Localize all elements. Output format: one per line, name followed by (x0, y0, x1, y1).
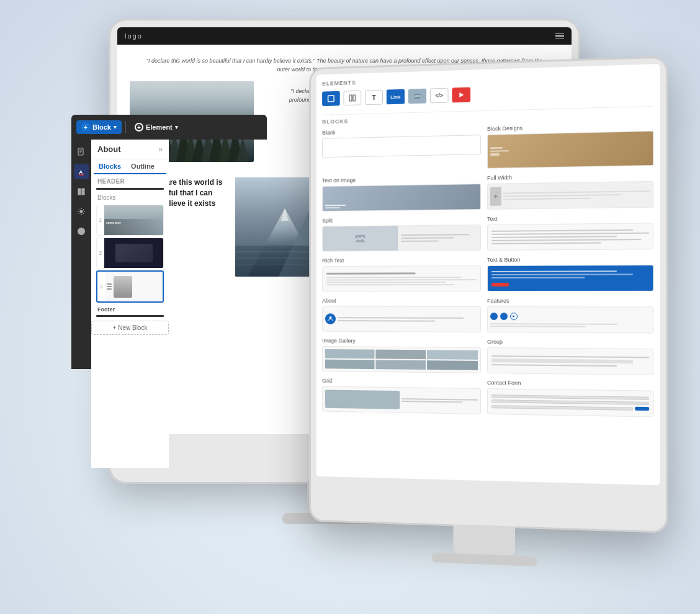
element-dropdown-arrow: ▾ (175, 124, 178, 130)
block-item-features[interactable]: Features (487, 298, 653, 333)
block-toi-label: Text on Image (322, 175, 481, 184)
block-about-preview (322, 306, 481, 332)
block-label: Block (92, 123, 111, 131)
svg-marker-33 (513, 315, 515, 318)
panel-header-section: Header (91, 174, 169, 187)
block-img-3 (105, 272, 163, 301)
svg-point-32 (330, 316, 332, 319)
block-text-preview (487, 223, 653, 251)
block-split-preview (322, 225, 481, 252)
block-designs-label: Block Designs (487, 122, 653, 131)
sidebar-layout-icon[interactable] (74, 184, 89, 199)
panel-header: About » (91, 140, 169, 159)
toolbar-divider (125, 121, 126, 133)
svg-marker-29 (459, 92, 464, 97)
svg-rect-41 (82, 189, 84, 192)
block-item-blank[interactable]: Blank (322, 126, 481, 172)
block-fw-preview (487, 181, 653, 210)
svg-rect-24 (328, 96, 334, 102)
tab-blocks[interactable]: Blocks (94, 159, 126, 174)
svg-marker-30 (495, 195, 498, 198)
container-icon-btn[interactable] (322, 91, 340, 106)
block-designs-preview (487, 131, 653, 169)
element-plus-icon: + (135, 123, 143, 131)
panel-footer-label: Footer (91, 306, 169, 313)
add-element-button[interactable]: + Element ▾ (130, 120, 183, 134)
block-item-grid[interactable]: Grid (322, 378, 481, 414)
block-thumb-3[interactable]: 3 (96, 270, 164, 303)
panel-close-btn[interactable]: » (158, 145, 163, 154)
block-item-text-button[interactable]: Text & Button (487, 256, 653, 291)
block-toi-preview (322, 184, 481, 211)
sidebar-help-icon[interactable]: ? (74, 224, 89, 239)
block-num-1: 1 (97, 217, 104, 223)
sidebar-settings-icon[interactable] (74, 204, 89, 219)
svg-rect-26 (353, 95, 356, 101)
block-fw-label: Full Width (487, 172, 653, 181)
footer-bar (96, 315, 164, 317)
block-num-3: 3 (97, 283, 105, 290)
block-item-split[interactable]: Split (322, 216, 481, 252)
block-img-2 (104, 238, 163, 268)
panel-footer-area: Footer + New Block (91, 306, 169, 335)
block-thumb-2[interactable]: 2 (96, 238, 164, 269)
video-icon-btn[interactable] (452, 87, 470, 103)
block-about-label: About (322, 298, 481, 304)
text-icon-btn[interactable]: T (365, 90, 383, 105)
link-icon-btn[interactable]: Link (387, 89, 405, 105)
block-rich-preview (322, 265, 481, 291)
block-thumb-1[interactable]: 1 some text (96, 205, 164, 236)
block-blank-preview (322, 135, 481, 158)
block-text-label: Text (487, 214, 653, 222)
panel-content: About » Blocks Outline Header Blocks 1 s… (91, 140, 169, 468)
svg-rect-40 (78, 189, 81, 195)
monitor-front: ELEMENTS T Link </> BLOC (309, 56, 668, 533)
block-grid-preview (322, 386, 481, 414)
block-group-label: Group (487, 339, 653, 346)
panel-title: About (97, 145, 121, 154)
block-blank-label: Blank (322, 126, 481, 136)
sidebar-pages-icon[interactable] (74, 145, 89, 159)
block-item-text[interactable]: Text (487, 214, 653, 251)
block-item-designs[interactable]: Block Designs (487, 122, 653, 168)
blocks-grid: Blank Block Designs (322, 122, 653, 417)
element-label: Element (146, 123, 173, 131)
block-item-gallery[interactable]: Image Gallery (322, 337, 481, 373)
block-item-group[interactable]: Group (487, 339, 653, 375)
svg-rect-42 (82, 192, 84, 195)
panel-tabs: Blocks Outline (94, 159, 166, 174)
elements-panel: ELEMENTS T Link </> BLOC (316, 64, 660, 485)
block-item-rich-text[interactable]: Rich Text (322, 257, 481, 291)
hamburger-icon[interactable] (555, 33, 564, 39)
monitor-front-screen: ELEMENTS T Link </> BLOC (316, 64, 660, 485)
block-plus-icon: + (81, 123, 90, 131)
block-item-contact[interactable]: Contact Form (487, 380, 653, 417)
block-img-1: some text (104, 205, 163, 235)
header-bar (96, 188, 164, 190)
code-icon-btn[interactable]: </> (430, 88, 449, 104)
block-item-full-width[interactable]: Full Width (487, 172, 653, 210)
block-tb-preview (487, 265, 653, 291)
monitor-front-stand (453, 524, 515, 556)
block-dropdown-arrow: ▾ (114, 124, 117, 130)
block-contact-preview (487, 388, 653, 417)
block-group-preview (487, 347, 653, 375)
elements-icons-row: T Link </> (322, 82, 653, 106)
block-item-about[interactable]: About (322, 298, 481, 332)
block-split-label: Split (322, 216, 481, 224)
block-tb-label: Text & Button (487, 256, 653, 263)
image-icon-btn[interactable] (408, 89, 426, 104)
add-block-button[interactable]: + Block ▾ (76, 120, 122, 134)
sidebar-text-icon[interactable]: A (74, 164, 89, 179)
block-item-text-on-image[interactable]: Text on Image (322, 175, 481, 211)
block-num-2: 2 (97, 250, 104, 256)
tab-outline[interactable]: Outline (126, 159, 159, 173)
new-block-button[interactable]: + New Block (91, 321, 169, 335)
icon-sidebar: A ? (71, 140, 91, 369)
back-topbar: logo (117, 27, 572, 45)
block-features-preview (487, 306, 653, 333)
block-gallery-preview (322, 346, 481, 373)
block-gallery-label: Image Gallery (322, 337, 481, 345)
columns-icon-btn[interactable] (343, 91, 361, 105)
block-contact-label: Contact Form (487, 380, 653, 388)
